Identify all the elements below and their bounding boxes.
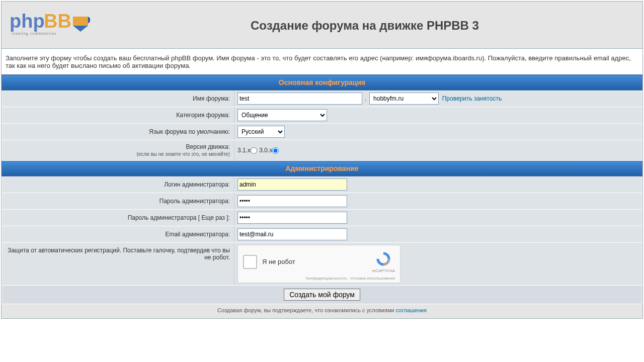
svg-text:php: php [10,11,45,32]
recaptcha-widget: Я не робот reCAPTCHA Конфиденциальность … [237,245,400,283]
row-admin-pass: Пароль администратора: [2,193,642,210]
row-admin-pass2: Пароль администратора [ Еще раз ]: [2,210,642,226]
admin-pass2-input[interactable] [237,212,347,224]
label-admin-email: Email администратора: [2,226,234,243]
label-language: Язык форума по умолчанию: [2,124,234,140]
engine-radio-30x[interactable] [272,147,279,154]
row-captcha: Защита от автоматических регистраций. По… [2,243,642,286]
admin-email-input[interactable] [237,228,347,240]
engine-radio-31x[interactable] [251,147,257,154]
footer-text: Создавая форум, вы подтверждаете, что оз… [217,307,396,313]
row-engine-version: Версия движка: (если вы не знаете что эт… [2,140,642,161]
row-admin-email: Email администратора: [2,226,642,243]
label-category: Категория форума: [2,107,234,124]
row-category: Категория форума: Общение [2,107,642,124]
row-admin-login: Логин администратора: [2,176,642,193]
title-wrap: Создание форума на движке PHPBB 3 [90,19,639,33]
footer: Создавая форум, вы подтверждаете, что оз… [2,304,642,318]
recaptcha-brand: reCAPTCHA [372,268,395,273]
recaptcha-checkbox[interactable] [243,255,257,269]
svg-text:BB: BB [44,11,71,32]
page-container: php BB creating communities Создание фор… [1,1,643,319]
label-admin-login: Логин администратора: [2,176,234,193]
check-availability-link[interactable]: Проверить занятость [442,95,502,102]
label-admin-pass: Пароль администратора: [2,193,234,210]
recaptcha-privacy-link[interactable]: Конфиденциальность [306,276,347,281]
language-select[interactable]: Русский [237,126,285,138]
row-submit: Создать мой форум [2,286,642,304]
dot-separator: . [364,95,367,102]
svg-marker-3 [73,17,88,26]
row-language: Язык форума по умолчанию: Русский [2,124,642,140]
engine-opt1-label: 3.1.x [237,147,251,154]
admin-pass-input[interactable] [237,195,347,207]
page-title: Создание форума на движке PHPBB 3 [251,19,479,32]
forum-domain-select[interactable]: hobbyfm.ru [369,93,439,105]
recaptcha-label: Я не робот [262,258,372,265]
create-forum-form: Основная конфигурация Имя форума: . hobb… [2,74,642,304]
label-engine-sub: (если вы не знаете что это, не меняйте) [136,151,230,157]
recaptcha-terms-link[interactable]: Условия использования [350,276,395,281]
label-admin-pass2: Пароль администратора [ Еще раз ]: [2,210,234,226]
engine-opt2-label: 3.0.x [259,147,272,154]
forum-name-input[interactable] [237,93,362,105]
category-select[interactable]: Общение [237,109,327,121]
page-header: php BB creating communities Создание фор… [2,2,642,49]
label-captcha: Защита от автоматических регистраций. По… [2,243,234,286]
label-forum-name: Имя форума: [2,90,234,107]
intro-text: Заполните эту форму чтобы создать ваш бе… [2,49,642,74]
section-config: Основная конфигурация [2,75,642,90]
svg-marker-4 [73,26,88,32]
agreement-link[interactable]: соглашения [396,307,427,313]
create-forum-button[interactable]: Создать мой форум [284,289,360,301]
section-admin: Администрирование [2,161,642,176]
admin-login-input[interactable] [237,178,347,191]
row-forum-name: Имя форума: . hobbyfm.ru Проверить занят… [2,90,642,107]
label-engine: Версия движка: [186,143,230,150]
svg-text:creating communities: creating communities [12,31,56,36]
recaptcha-icon [375,250,392,267]
phpbb-logo: php BB creating communities [10,7,90,44]
